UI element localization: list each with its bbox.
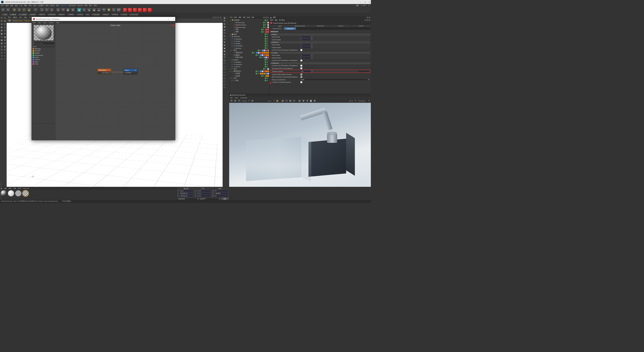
tree-row-20[interactable]: ⊞◉Actions (229, 65, 270, 68)
om-tab-view[interactable]: 查看 (238, 17, 242, 19)
rv-exposure-icon[interactable]: ◐ (251, 99, 254, 102)
left-tool-10[interactable]: ⬢ (0, 32, 3, 35)
attr-menu-userdata[interactable]: 用户数据 (279, 19, 285, 21)
rv-compare-b[interactable]: ◨ (302, 99, 305, 102)
tree-row-23[interactable]: △多边形 (229, 72, 270, 75)
rv-stop-button[interactable]: ⟳ (237, 99, 241, 102)
close-button[interactable]: ✕ (369, 1, 370, 3)
menu-tools[interactable]: 工具 (19, 5, 22, 7)
left-tool-17[interactable]: ▭ (4, 42, 6, 45)
shader-graph-canvas[interactable]: Shader Graph RS Material Out Color Outpu… (56, 24, 175, 140)
field-btn-3[interactable]: 锥体域 (28, 13, 37, 16)
redshift-btn-4[interactable] (138, 8, 142, 12)
tree-row-26[interactable]: ⊞◈扫描 (229, 79, 270, 82)
mat-tab-func[interactable]: 功能 (13, 187, 16, 189)
vp-nav-4[interactable] (220, 17, 221, 18)
coord-p-Y[interactable] (180, 192, 193, 195)
redshift-btn-6[interactable] (148, 8, 152, 12)
redshift-btn-2[interactable] (128, 8, 132, 12)
rv-compare-a[interactable]: ◧ (298, 99, 301, 102)
rv-zoom-select[interactable]: 100 % (347, 99, 356, 102)
node-cat-volume[interactable]: Volume (32, 59, 55, 61)
tree-row-14[interactable]: △墙壁水龙头 (229, 52, 270, 54)
last-tool[interactable]: ✦ (33, 8, 37, 12)
menu-file[interactable]: 文件 (1, 5, 4, 7)
coord-s-Y[interactable] (197, 192, 211, 195)
dlg-menu-edit[interactable]: Edit (33, 22, 35, 23)
attr-tab-overall[interactable]: Overall (351, 25, 371, 27)
menu-create[interactable]: 创建 (10, 5, 13, 7)
prop-check[interactable] (300, 67, 302, 69)
minimize-button[interactable]: ― (360, 1, 361, 3)
attr-opt-1[interactable] (367, 17, 368, 18)
prop-slider[interactable] (313, 47, 370, 48)
right-tool-2[interactable]: ⊕ (223, 23, 226, 26)
psr-button[interactable]: P S R0 0 0 (116, 8, 121, 12)
right-tool-18[interactable] (223, 71, 226, 74)
rv-menu-file[interactable]: File (230, 97, 232, 98)
prop-slider[interactable] (313, 39, 370, 40)
snap[interactable]: ⊙ (112, 8, 116, 12)
dlg-title-bar[interactable]: Redshift Shader Graph - RS Material ― ▢ … (32, 17, 175, 21)
rv-region[interactable]: ⬚ (285, 99, 288, 102)
prop-input[interactable] (300, 46, 310, 49)
right-tool-5[interactable]: ◇ (223, 32, 226, 35)
section-reflection[interactable]: Reflection (270, 41, 370, 43)
coord-p-X[interactable] (180, 190, 193, 192)
left-tool-27[interactable] (4, 58, 6, 61)
left-tool-21[interactable]: ▢ (4, 48, 6, 51)
attr-menu-edit[interactable]: 编辑 (275, 19, 278, 21)
dlg-minimize[interactable]: ― (163, 18, 164, 20)
section-refraction[interactable]: Refraction (270, 62, 370, 64)
find-settings-icon[interactable] (32, 42, 34, 44)
coord-system[interactable]: ⊕ (56, 8, 60, 12)
menu-mesh[interactable]: 网格 (24, 5, 27, 7)
tree-row-22[interactable]: ⊟△圆筒水龙头 (229, 70, 270, 72)
dlg-maximize[interactable]: ▢ (168, 18, 169, 20)
field-btn-7[interactable]: 线性域 (66, 13, 75, 16)
tree-row-19[interactable]: ⊞◉Questions (229, 63, 270, 65)
dlg-close[interactable]: ✕ (173, 18, 174, 20)
right-tool-22[interactable] (223, 83, 226, 86)
field-btn-10[interactable]: 着色器域 (91, 13, 101, 16)
menu-character[interactable]: 角色 (46, 5, 49, 7)
om-opt-2[interactable] (265, 17, 267, 18)
spline-pen[interactable]: ✎ (82, 8, 86, 12)
field-btn-5[interactable]: 胶囊体域 (47, 13, 57, 16)
prop-slider[interactable] (313, 70, 370, 72)
menu-pipeline[interactable]: 流水线 (50, 5, 54, 7)
left-tool-16[interactable]: ◉ (0, 42, 3, 45)
vp-nav-3[interactable] (217, 17, 219, 18)
axis-y[interactable]: Y (45, 8, 49, 12)
menu-redshift[interactable]: Redshift (77, 5, 83, 6)
xp-plus[interactable]: ✚ (8, 19, 11, 23)
tree-row-10[interactable]: ⊞◉Emitters (229, 42, 270, 45)
attr-nav-back[interactable] (365, 19, 366, 21)
tree-row-25[interactable]: ⊟▢台子 (229, 77, 270, 79)
prop-select[interactable]: RGB (300, 78, 370, 81)
menu-edit[interactable]: 编辑 (6, 5, 9, 7)
tree-row-3[interactable]: ◐RS Dome Light (229, 26, 270, 28)
prop-check[interactable] (300, 49, 302, 51)
coord-size-mode[interactable]: 绝对尺寸 (199, 198, 221, 200)
tree-row-11[interactable]: ⊞◉Generators (229, 45, 270, 47)
left-tool-6[interactable]: ✚ (0, 26, 3, 29)
rv-bucket[interactable]: ▣ (289, 99, 292, 102)
om-tab-file[interactable]: 文件 (230, 17, 233, 19)
move-tool[interactable]: ✢ (17, 8, 21, 12)
tree-row-13[interactable]: ⊟▢池子 (229, 49, 270, 52)
coord-s-X[interactable] (197, 190, 211, 192)
field-btn-11[interactable]: 随机域 (101, 13, 110, 16)
prop-check[interactable] (300, 65, 302, 66)
attr-subtab-adv[interactable]: Advanced (284, 27, 296, 30)
find-nodes-input[interactable] (35, 42, 55, 45)
right-tool-6[interactable]: ▭ (223, 35, 226, 38)
material-2[interactable] (15, 190, 21, 196)
left-tool-12[interactable] (0, 36, 3, 39)
prop-input[interactable] (300, 57, 310, 59)
left-tool-9[interactable]: L (4, 29, 6, 32)
tree-row-24[interactable]: △多边形 (229, 75, 270, 77)
tree-row-17[interactable]: ⊟◉Utilities (229, 59, 270, 61)
left-tool-20[interactable]: ◇ (0, 48, 3, 51)
left-tool-13[interactable]: ▦ (4, 36, 6, 39)
